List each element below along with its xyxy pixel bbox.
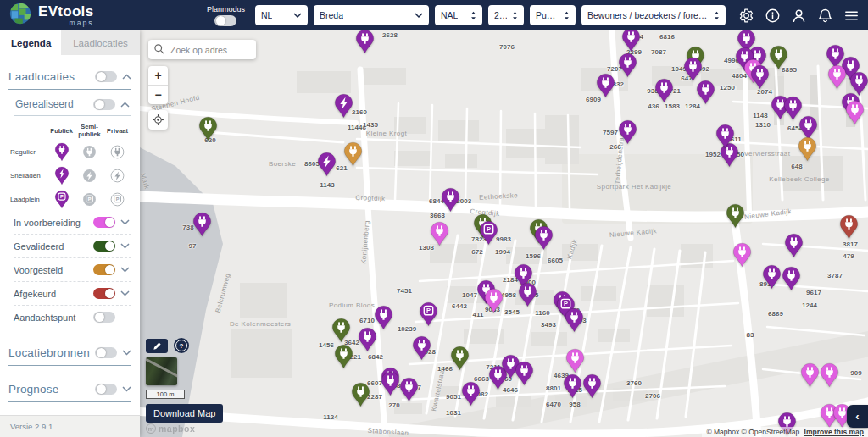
status-label: Voorgesteld <box>14 265 93 275</box>
charging-location-marker-purple[interactable] <box>683 57 703 86</box>
search-input[interactable] <box>169 44 251 56</box>
chevron-down-icon[interactable] <box>120 243 130 249</box>
charging-location-marker-purple[interactable] <box>565 307 584 336</box>
charging-location-marker-red[interactable] <box>839 214 859 243</box>
collapse-panel-button[interactable]: ‹ <box>847 405 868 428</box>
charging-location-marker-purple[interactable] <box>518 282 537 311</box>
charging-location-marker-green[interactable] <box>726 203 745 232</box>
section-title: Prognose <box>8 383 95 396</box>
attribution-text: © Mapbox © OpenStreetMap <box>706 428 799 436</box>
satellite-style-switcher[interactable] <box>146 357 177 385</box>
select-municipality[interactable]: Breda <box>314 5 429 25</box>
status-toggle[interactable] <box>93 241 115 252</box>
charging-location-marker-purple[interactable] <box>534 225 554 254</box>
charging-location-marker-purple[interactable] <box>192 212 212 241</box>
charging-location-marker-green[interactable] <box>334 344 353 373</box>
app-window: EVtools maps Planmodus NLBredaNAL2028Pub… <box>0 0 868 437</box>
charging-location-marker-purple[interactable]: P <box>479 220 498 249</box>
charging-location-marker-magenta[interactable] <box>732 242 752 271</box>
charging-location-marker-green[interactable] <box>351 382 370 411</box>
charging-location-marker-purple[interactable] <box>358 327 377 356</box>
status-toggle[interactable] <box>93 217 115 228</box>
tab-laadlocaties[interactable]: Laadlocaties <box>61 30 140 55</box>
charging-location-marker-purple[interactable] <box>784 233 804 262</box>
charging-location-marker-green[interactable] <box>198 116 218 145</box>
charging-location-marker-purple[interactable] <box>317 152 337 180</box>
menu-icon[interactable] <box>843 7 860 24</box>
charging-location-marker-purple[interactable] <box>618 119 637 148</box>
zoom-in-button[interactable]: + <box>148 66 168 85</box>
status-toggle[interactable] <box>93 312 115 323</box>
download-map-button[interactable]: Download Map <box>146 404 223 423</box>
charging-location-marker-purple[interactable] <box>782 266 801 295</box>
charging-location-marker-purple[interactable] <box>334 93 353 122</box>
tab-legenda[interactable]: Legenda <box>0 30 61 55</box>
charging-location-marker-magenta[interactable] <box>820 362 839 391</box>
subsection-gerealiseerd: Gerealiseerd <box>14 98 131 116</box>
mapbox-logo[interactable]: m mapbox <box>146 423 195 434</box>
notifications-icon[interactable] <box>816 7 833 24</box>
improve-map-link[interactable]: Improve this map <box>804 428 864 436</box>
charging-location-marker-green[interactable] <box>331 318 351 346</box>
charging-location-marker-purple[interactable] <box>762 264 782 293</box>
chevron-down-icon[interactable] <box>122 386 131 392</box>
charging-location-marker-orange[interactable] <box>343 141 363 170</box>
charging-location-marker-magenta[interactable] <box>484 288 504 317</box>
status-toggle[interactable] <box>93 264 115 275</box>
charging-location-marker-purple[interactable] <box>381 371 400 400</box>
charging-location-marker-purple[interactable]: P <box>419 301 438 330</box>
charging-location-marker-orange[interactable] <box>798 136 817 165</box>
charging-location-marker-purple[interactable] <box>563 373 582 402</box>
draw-tool-button[interactable] <box>146 339 168 353</box>
house-number-label: 1244 <box>802 301 817 309</box>
map-canvas[interactable]: Steenen HoofdMarkBoerskeKleine KrogtEeth… <box>140 30 868 437</box>
charging-location-marker-magenta[interactable] <box>800 362 820 391</box>
chevron-down-icon[interactable] <box>120 267 130 273</box>
charging-location-marker-magenta[interactable] <box>845 100 865 129</box>
select-user-group[interactable]: Bewoners / bezoekers / forenzen <box>581 5 726 25</box>
planmodus-toggle[interactable] <box>214 15 236 26</box>
charging-location-marker-purple[interactable] <box>441 187 460 216</box>
select-year[interactable]: 2028 <box>488 5 524 25</box>
charging-location-marker-green[interactable] <box>769 45 788 74</box>
street-label: Sportpark Het Kadijkje <box>597 183 671 191</box>
chevron-up-icon[interactable] <box>120 102 130 108</box>
charging-location-marker-purple[interactable] <box>355 30 375 58</box>
laadlocaties-toggle[interactable] <box>95 71 117 82</box>
charging-location-marker-green[interactable] <box>450 346 470 374</box>
section-toggle[interactable] <box>95 384 117 395</box>
select-access-type[interactable]: Publiek <box>530 5 576 25</box>
chevron-down-icon[interactable] <box>120 219 130 225</box>
select-country[interactable]: NL <box>255 5 308 25</box>
status-toggle[interactable] <box>93 288 115 299</box>
chevron-down-icon <box>415 13 423 19</box>
charging-location-marker-purple[interactable] <box>715 124 735 152</box>
charging-location-marker-purple[interactable] <box>849 71 868 100</box>
charging-location-marker-purple[interactable] <box>654 78 674 107</box>
section-toggle[interactable] <box>95 347 117 358</box>
charging-location-marker-purple[interactable] <box>515 361 534 390</box>
chevron-down-icon[interactable] <box>122 350 131 356</box>
brand-logo[interactable]: EVtools maps <box>8 2 93 29</box>
charging-location-marker-purple[interactable] <box>399 377 419 406</box>
geolocate-button[interactable] <box>148 110 168 130</box>
chevron-down-icon[interactable] <box>120 290 130 296</box>
chevron-up-icon[interactable] <box>122 74 131 80</box>
settings-icon[interactable] <box>737 7 754 24</box>
charging-location-marker-purple[interactable] <box>750 64 770 93</box>
charging-location-marker-magenta[interactable] <box>430 221 449 250</box>
help-button[interactable]: ? <box>174 338 189 353</box>
charging-location-marker-purple[interactable] <box>582 373 602 402</box>
zoom-out-button[interactable]: − <box>148 85 168 104</box>
charging-location-marker-purple[interactable] <box>618 53 637 81</box>
gerealiseerd-toggle[interactable] <box>93 99 115 110</box>
charging-location-marker-purple[interactable] <box>596 73 615 102</box>
charging-location-marker-magenta[interactable] <box>565 348 585 377</box>
user-icon[interactable] <box>790 7 807 24</box>
charging-location-marker-purple[interactable] <box>461 381 481 410</box>
charging-location-marker-magenta[interactable] <box>827 64 847 93</box>
select-prognosis[interactable]: NAL <box>435 5 482 25</box>
charging-location-marker-purple[interactable] <box>412 335 431 364</box>
select-value: NL <box>261 10 272 20</box>
info-icon[interactable] <box>764 7 781 24</box>
